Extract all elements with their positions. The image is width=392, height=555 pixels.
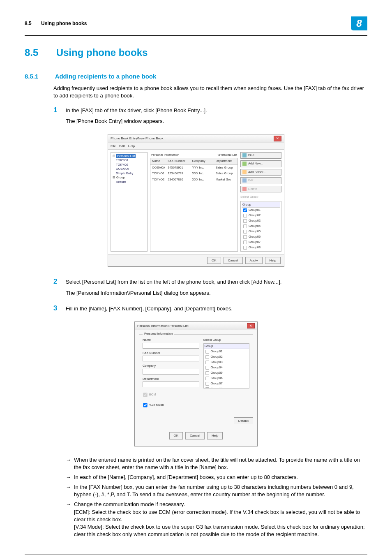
- company-input[interactable]: [143, 369, 199, 375]
- group-item[interactable]: Group06: [242, 234, 280, 240]
- help-button[interactable]: Help: [207, 432, 223, 439]
- group-item[interactable]: Group03: [204, 360, 249, 365]
- arrow-icon: →: [66, 501, 74, 538]
- department-label: Department: [143, 377, 199, 382]
- delete-icon: [242, 187, 247, 191]
- arrow-icon: →: [66, 483, 74, 498]
- group-item[interactable]: Group07: [204, 381, 249, 386]
- group-item[interactable]: Group05: [242, 229, 280, 234]
- note-text: When the entered name is printed on the …: [74, 456, 367, 471]
- figure-phone-book-entry: Phone Book Entry\New Phone Book ✕ File E…: [25, 134, 367, 267]
- ecm-checkbox[interactable]: [143, 393, 147, 397]
- ok-button[interactable]: OK: [169, 432, 183, 439]
- step-1: 1 In the [FAX] tab of the fax driver, cl…: [53, 105, 367, 128]
- side-buttons: Find... Add New... Add Folder... Edit...…: [240, 152, 281, 252]
- personal-info-label: Personal Information: [151, 153, 179, 157]
- group-item[interactable]: Group02: [242, 213, 280, 218]
- tree-pane[interactable]: ⊟ Personal List TOKYO1 TOKYO2 OOSAKA Sim…: [111, 152, 148, 252]
- tree-node-simple-entry[interactable]: Simple Entry: [113, 171, 145, 176]
- v34-checkbox[interactable]: [143, 403, 147, 407]
- table-row[interactable]: TOKYO2234567890XXX Inc.Market Gro: [150, 177, 238, 183]
- group-item[interactable]: Group04: [242, 224, 280, 229]
- section-title: 8.5 Using phone books: [25, 46, 367, 60]
- note-item: → When the entered name is printed on th…: [66, 456, 367, 471]
- company-row: Company: [143, 364, 199, 375]
- group-item[interactable]: Group05: [204, 370, 249, 376]
- tree-results[interactable]: Results: [113, 180, 145, 185]
- tree-node-tokyo2[interactable]: TOKYO2: [113, 163, 145, 167]
- divider: [139, 427, 253, 427]
- tree-group[interactable]: ⊞ Group: [113, 176, 145, 180]
- cancel-button[interactable]: Cancel: [224, 257, 243, 264]
- ecm-checkbox-row: ECM: [143, 392, 199, 398]
- recipient-table[interactable]: Name FAX Number Company Department OOSAK…: [150, 158, 238, 252]
- section-name: Using phone books: [56, 47, 148, 58]
- dialog-footer-buttons: OK Cancel Apply Help: [108, 254, 284, 266]
- menu-file[interactable]: File: [111, 144, 116, 148]
- group-list[interactable]: Group Group01 Group02 Group03 Group04 Gr…: [240, 201, 281, 252]
- ok-button[interactable]: OK: [207, 257, 221, 264]
- close-icon[interactable]: ✕: [274, 136, 281, 141]
- default-button[interactable]: Default: [234, 417, 253, 424]
- department-input[interactable]: [143, 382, 199, 387]
- figure-personal-info-dialog: Personal Information\\Personal List ✕ Pe…: [25, 321, 367, 446]
- step-2-line2: The [Personal Information\\Personal List…: [66, 289, 367, 297]
- group-item[interactable]: Group06: [204, 376, 249, 381]
- fieldset-legend: Personal Information: [143, 332, 174, 336]
- window-titlebar: Phone Book Entry\New Phone Book ✕: [108, 134, 284, 143]
- subsection-name: Adding recipients to a phone book: [55, 73, 157, 80]
- select-group-label: Select Group: [240, 195, 281, 199]
- note-text: In the [FAX Number] box, you can enter t…: [74, 483, 367, 498]
- apply-button[interactable]: Apply: [245, 257, 263, 264]
- subsection-number: 8.5.1: [25, 72, 53, 81]
- group-item[interactable]: Group01: [242, 208, 280, 213]
- table-row[interactable]: OOSAKA345678901YYY Inc.Sales Group: [150, 165, 238, 171]
- delete-button[interactable]: Delete: [240, 186, 281, 193]
- cancel-button[interactable]: Cancel: [185, 432, 205, 439]
- fax-input[interactable]: [143, 356, 199, 361]
- header-section-label: Using phone books: [41, 21, 87, 26]
- col-company[interactable]: Company: [191, 158, 214, 164]
- section-number: 8.5: [25, 46, 53, 60]
- header-section-number: 8.5: [25, 21, 32, 26]
- step-2: 2 Select [Personal List] from the list o…: [53, 277, 367, 300]
- menu-help[interactable]: Help: [128, 144, 135, 148]
- tree-personal-list[interactable]: Personal List: [116, 154, 136, 159]
- add-icon: [242, 162, 247, 166]
- arrow-icon: →: [66, 456, 74, 471]
- close-icon[interactable]: ✕: [247, 323, 255, 328]
- group-item[interactable]: Group07: [242, 240, 280, 245]
- tree-node-tokyo1[interactable]: TOKYO1: [113, 158, 145, 163]
- edit-button[interactable]: Edit...: [240, 177, 281, 184]
- fax-label: FAX Number: [143, 351, 199, 356]
- dialog-footer-buttons: OK Cancel Help: [139, 430, 253, 442]
- personal-info-fieldset: Personal Information Name FAX Number Com…: [139, 334, 253, 413]
- note-text: Change the communication mode if necessa…: [74, 501, 367, 538]
- table-row[interactable]: TOKYO1123456789XXX Inc.Sales Group: [150, 171, 238, 177]
- find-button[interactable]: Find...: [240, 152, 281, 159]
- group-item[interactable]: Group08: [204, 386, 249, 388]
- step-3: 3 Fill in the [Name], [FAX Number], [Com…: [53, 303, 367, 316]
- group-item[interactable]: Group02: [204, 354, 249, 360]
- header-rule: [25, 35, 367, 36]
- add-new-button[interactable]: Add New...: [240, 160, 281, 167]
- col-name[interactable]: Name: [150, 158, 166, 164]
- help-button[interactable]: Help: [265, 257, 281, 264]
- step-2-line1: Select [Personal List] from the list on …: [66, 278, 367, 286]
- personal-info-dialog: Personal Information\\Personal List ✕ Pe…: [134, 321, 258, 446]
- group-item[interactable]: Group03: [242, 218, 280, 224]
- group-item[interactable]: Group04: [204, 365, 249, 370]
- name-input[interactable]: [143, 343, 199, 349]
- add-folder-button[interactable]: Add Folder...: [240, 169, 281, 176]
- dialog-titlebar: Personal Information\\Personal List ✕: [135, 322, 257, 330]
- group-item[interactable]: Group01: [204, 349, 249, 354]
- col-department[interactable]: Department: [214, 158, 238, 164]
- group-item[interactable]: Group08: [242, 245, 280, 250]
- group-list[interactable]: Group Group01 Group02 Group03 Group04 Gr…: [203, 343, 250, 388]
- arrow-icon: →: [66, 474, 74, 481]
- note-item: → Change the communication mode if neces…: [66, 501, 367, 538]
- col-fax[interactable]: FAX Number: [166, 158, 190, 164]
- notes-list: → When the entered name is printed on th…: [66, 456, 367, 539]
- tree-node-oosaka[interactable]: OOSAKA: [113, 167, 145, 171]
- menu-edit[interactable]: Edit: [119, 144, 125, 148]
